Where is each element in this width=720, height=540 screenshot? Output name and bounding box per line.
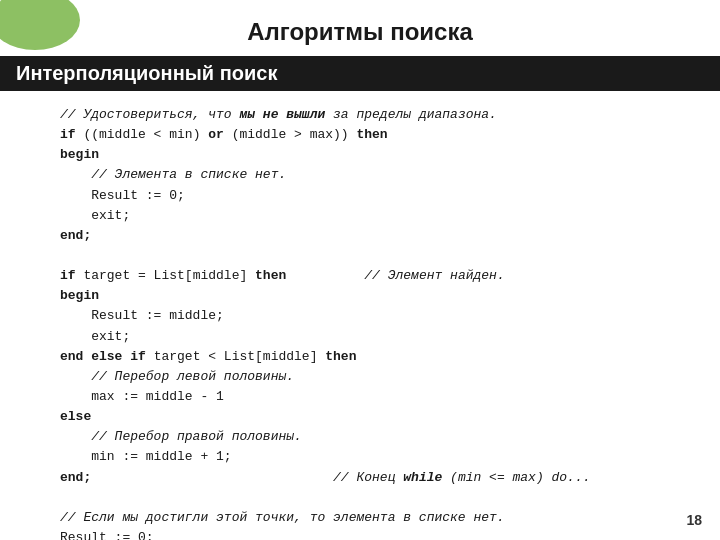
code-line: // Удостовериться, что мы не вышли за пр… <box>60 105 660 125</box>
code-line <box>60 488 660 508</box>
code-line: end; <box>60 226 660 246</box>
code-line: Result := 0; <box>60 528 660 540</box>
code-line: begin <box>60 145 660 165</box>
code-line: exit; <box>60 327 660 347</box>
code-line: exit; <box>60 206 660 226</box>
page-number: 18 <box>686 512 702 528</box>
code-line: // Элемента в списке нет. <box>60 165 660 185</box>
slide-title: Алгоритмы поиска <box>0 0 720 56</box>
code-line: end; // Конец while (min <= max) do... <box>60 468 660 488</box>
code-line: begin <box>60 286 660 306</box>
code-block: // Удостовериться, что мы не вышли за пр… <box>0 101 720 540</box>
code-line: max := middle - 1 <box>60 387 660 407</box>
code-line: else <box>60 407 660 427</box>
code-line <box>60 246 660 266</box>
code-line: end else if target < List[middle] then <box>60 347 660 367</box>
code-line: if ((middle < min) or (middle > max)) th… <box>60 125 660 145</box>
code-line: // Перебор правой половины. <box>60 427 660 447</box>
code-line: Result := middle; <box>60 306 660 326</box>
code-line: // Если мы достигли этой точки, то элеме… <box>60 508 660 528</box>
code-line: Result := 0; <box>60 186 660 206</box>
slide: Алгоритмы поиска Интерполяционный поиск … <box>0 0 720 540</box>
code-line: if target = List[middle] then // Элемент… <box>60 266 660 286</box>
code-line: min := middle + 1; <box>60 447 660 467</box>
code-line: // Перебор левой половины. <box>60 367 660 387</box>
section-header: Интерполяционный поиск <box>0 56 720 91</box>
